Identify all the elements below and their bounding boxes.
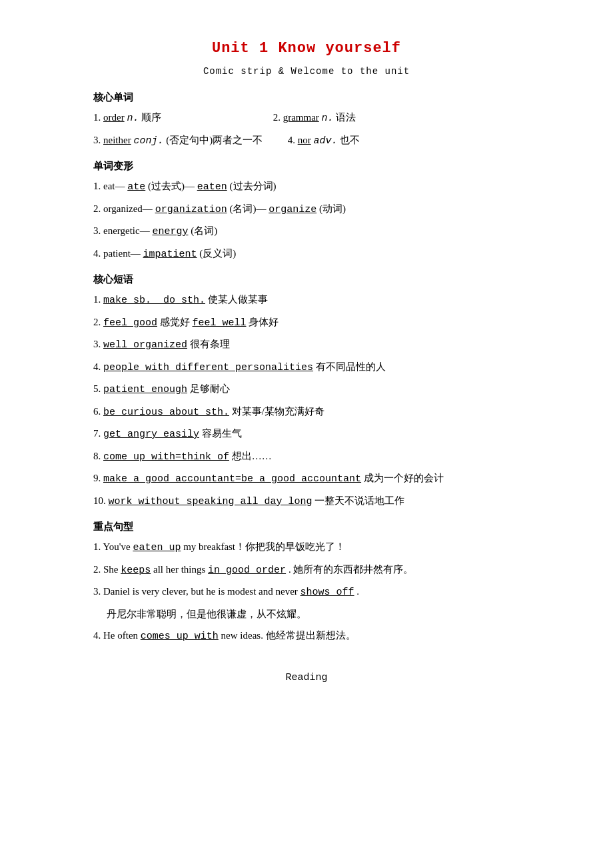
blank-comes-up-with: comes up with [141, 631, 219, 642]
phrase-1: 1. make sb. do sth. 使某人做某事 [93, 291, 520, 309]
phrase-text-9: make a good accountant=be a good account… [103, 473, 361, 485]
page-title: Unit 1 Know yourself [93, 40, 520, 57]
word-pos-4: adv. [313, 135, 337, 147]
word-form-4: 4. patient— impatient (反义词) [93, 245, 520, 263]
phrase-6: 6. be curious about sth. 对某事/某物充满好奇 [93, 403, 520, 421]
sentence-4: 4. He often comes up with new ideas. 他经常… [93, 627, 520, 645]
section-key-sentences: 重点句型 [93, 521, 520, 533]
word-pos-3: conj. [133, 135, 163, 147]
phrase-text-3: well organized [103, 339, 187, 351]
sentence-1: 1. You've eaten up my breakfast！你把我的早饭吃光… [93, 539, 520, 557]
form-organize: organize [269, 204, 316, 215]
core-word-row-1: 1. order n. 顺序 2. grammar n. 语法 [93, 109, 520, 127]
form-organization: organization [155, 204, 227, 215]
word-num-1: 1. [93, 112, 103, 123]
phrase-text-5: patient enough [103, 384, 187, 395]
form-impatient: impatient [143, 249, 197, 260]
sentence-3: 3. Daniel is very clever, but he is mode… [93, 583, 520, 601]
word-form-2: 2. organized— organization (名词)— organiz… [93, 201, 520, 219]
word-pos-1: n. [127, 113, 139, 124]
page-subtitle: Comic strip & Welcome to the unit [93, 66, 520, 77]
form-eaten: eaten [197, 181, 227, 193]
phrase-5: 5. patient enough 足够耐心 [93, 381, 520, 399]
phrase-9: 9. make a good accountant=be a good acco… [93, 470, 520, 488]
blank-in-good-order: in good order [208, 565, 286, 576]
phrase-7: 7. get angry easily 容易生气 [93, 425, 520, 443]
phrase-2: 2. feel good 感觉好 feel well 身体好 [93, 314, 520, 332]
word-4: nor [298, 135, 311, 145]
form-energy: energy [152, 226, 188, 237]
word-2: grammar [283, 112, 319, 123]
form-ate: ate [127, 181, 145, 193]
phrase-text-1: make sb. do sth. [103, 295, 205, 306]
phrase-text-8: come up with=think of [103, 451, 229, 463]
phrase-text-7: get angry easily [103, 429, 199, 440]
word-1: order [103, 112, 125, 123]
blank-eaten-up: eaten up [133, 542, 181, 553]
phrase-text-2b: feel well [193, 317, 247, 329]
phrase-4: 4. people with different personalities 有… [93, 359, 520, 377]
section-core-phrases: 核心短语 [93, 273, 520, 286]
phrase-text-10: work without speaking all day long [109, 496, 312, 507]
phrase-10: 10. work without speaking all day long 一… [93, 493, 520, 511]
core-word-row-2: 3. neither conj. (否定句中)两者之一不 4. nor adv.… [93, 132, 520, 150]
blank-keeps: keeps [121, 565, 151, 576]
reading-label: Reading [93, 672, 520, 683]
word-pos-2: n. [322, 113, 334, 124]
word-3: neither [103, 135, 131, 145]
word-form-1: 1. eat— ate (过去式)— eaten (过去分词) [93, 178, 520, 196]
sentence-3-chinese: 丹尼尔非常聪明，但是他很谦虚，从不炫耀。 [93, 606, 520, 623]
blank-shows-off: shows off [301, 587, 354, 598]
sentence-2: 2. She keeps all her things in good orde… [93, 561, 520, 579]
word-num-3: 3. [93, 135, 103, 145]
phrase-8: 8. come up with=think of 想出…… [93, 448, 520, 466]
word-form-3: 3. energetic— energy (名词) [93, 223, 520, 241]
phrase-text-2a: feel good [103, 317, 157, 329]
phrase-3: 3. well organized 很有条理 [93, 336, 520, 354]
phrase-text-6: be curious about sth. [103, 407, 229, 418]
phrase-text-4: people with different personalities [103, 362, 313, 373]
section-word-forms: 单词变形 [93, 160, 520, 173]
section-core-words: 核心单词 [93, 91, 520, 104]
